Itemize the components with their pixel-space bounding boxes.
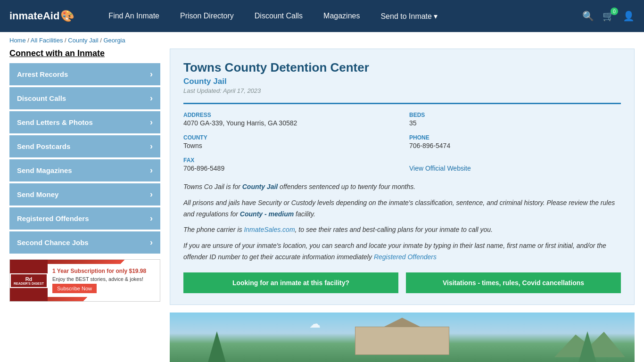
building-decoration (355, 327, 449, 355)
arrow-icon: › (150, 141, 153, 151)
clouds-decoration: ☁ (309, 317, 321, 330)
facility-image: ☁ (170, 313, 635, 362)
cart-icon[interactable]: 🛒 0 (603, 10, 614, 22)
arrow-icon: › (150, 93, 153, 103)
tree-left-decoration (207, 331, 226, 362)
ad-title: 1 Year Subscription for only $19.98 (52, 268, 155, 274)
facility-name: Towns County Detention Center (183, 60, 621, 75)
visitation-button[interactable]: Visitations - times, rules, Covid cancel… (406, 272, 621, 293)
sidebar-menu: Arrest Records › Discount Calls › Send L… (9, 63, 160, 254)
rd-logo: Rd READER'S DIGEST (10, 273, 48, 288)
sidebar-item-second-chance-jobs[interactable]: Second Chance Jobs › (9, 231, 160, 254)
county-jail-link[interactable]: County Jail (242, 183, 278, 190)
ad-banner: Rd READER'S DIGEST 1 Year Subscription f… (9, 259, 160, 302)
sidebar-title: Connect with an Inmate (9, 49, 160, 58)
facility-buttons: Looking for an inmate at this facility? … (183, 272, 621, 293)
detail-address: ADDRESS 4070 GA-339, Young Harris, GA 30… (183, 112, 395, 127)
ad-logo-container: Rd READER'S DIGEST (10, 260, 48, 301)
address-value: 4070 GA-339, Young Harris, GA 30582 (183, 119, 395, 127)
beds-value: 35 (409, 119, 621, 127)
facility-details: ADDRESS 4070 GA-339, Young Harris, GA 30… (183, 103, 621, 172)
nav-magazines[interactable]: Magazines (313, 0, 370, 32)
detail-fax: FAX 706-896-5489 (183, 157, 395, 172)
nav-find-inmate[interactable]: Find An Inmate (98, 0, 170, 32)
arrow-icon: › (150, 214, 153, 223)
cart-badge: 0 (611, 8, 618, 15)
arrow-icon: › (150, 69, 153, 79)
facility-updated: Last Updated: April 17, 2023 (183, 87, 621, 94)
breadcrumb-home[interactable]: Home (9, 37, 26, 44)
phone-value: 706-896-5474 (409, 142, 621, 149)
inmate-sales-link[interactable]: InmateSales.com (244, 226, 295, 233)
ad-content: 1 Year Subscription for only $19.98 Enjo… (48, 264, 160, 297)
arrow-icon: › (150, 189, 153, 199)
facility-card: Towns County Detention Center County Jai… (170, 49, 635, 305)
registered-offenders-link[interactable]: Registered Offenders (374, 253, 437, 261)
main-layout: Connect with an Inmate Arrest Records › … (0, 49, 644, 362)
county-value: Towns (183, 142, 395, 149)
sidebar-item-registered-offenders[interactable]: Registered Offenders › (9, 207, 160, 230)
breadcrumb: Home / All Facilities / County Jail / Ge… (0, 32, 644, 49)
description-1: Towns Co Jail is for County Jail offende… (183, 181, 621, 193)
header-icons: 🔍 🛒 0 👤 (582, 10, 635, 22)
detail-beds: BEDS 35 (409, 112, 621, 127)
main-content: Towns County Detention Center County Jai… (170, 49, 635, 362)
detail-county: COUNTY Towns (183, 134, 395, 149)
sidebar-item-send-money[interactable]: Send Money › (9, 183, 160, 206)
fax-value: 706-896-5489 (183, 165, 395, 172)
breadcrumb-georgia[interactable]: Georgia (103, 37, 125, 44)
user-icon[interactable]: 👤 (623, 10, 635, 22)
ad-subscribe-button[interactable]: Subscribe Now (52, 284, 97, 293)
detail-phone: PHONE 706-896-5474 (409, 134, 621, 149)
arrow-icon: › (150, 165, 153, 175)
nav-discount-calls[interactable]: Discount Calls (244, 0, 313, 32)
description-2: All prisons and jails have Security or C… (183, 197, 621, 220)
find-inmate-button[interactable]: Looking for an inmate at this facility? (183, 272, 398, 293)
sidebar-item-discount-calls[interactable]: Discount Calls › (9, 87, 160, 109)
logo-icon: 🎨 (60, 9, 74, 23)
description-3: The phone carrier is InmateSales.com, to… (183, 224, 621, 236)
arrow-icon: › (150, 238, 153, 247)
search-icon[interactable]: 🔍 (582, 10, 594, 22)
main-nav: Find An Inmate Prison Directory Discount… (98, 0, 568, 32)
sidebar-item-send-magazines[interactable]: Send Magazines › (9, 159, 160, 181)
nav-prison-directory[interactable]: Prison Directory (170, 0, 244, 32)
arrow-icon: › (150, 117, 153, 127)
sidebar-item-arrest-records[interactable]: Arrest Records › (9, 63, 160, 85)
detail-website: View Official Website (409, 157, 621, 172)
logo-text: inmateAid (9, 10, 59, 22)
ad-description: Enjoy the BEST stories, advice & jokes! (52, 276, 155, 282)
sidebar-item-send-postcards[interactable]: Send Postcards › (9, 135, 160, 157)
website-link[interactable]: View Official Website (409, 165, 471, 172)
description-4: If you are unsure of your inmate's locat… (183, 240, 621, 263)
nav-send-to-inmate[interactable]: Send to Inmate ▾ (370, 0, 448, 32)
facility-type: County Jail (183, 77, 621, 86)
header: inmateAid 🎨 Find An Inmate Prison Direct… (0, 0, 644, 32)
breadcrumb-county-jail[interactable]: County Jail (68, 37, 98, 44)
county-medium-link[interactable]: County - medium (240, 210, 294, 218)
logo[interactable]: inmateAid 🎨 (9, 9, 74, 23)
breadcrumb-all-facilities[interactable]: All Facilities (31, 37, 63, 44)
sidebar-item-send-letters[interactable]: Send Letters & Photos › (9, 111, 160, 133)
sidebar: Connect with an Inmate Arrest Records › … (9, 49, 160, 362)
